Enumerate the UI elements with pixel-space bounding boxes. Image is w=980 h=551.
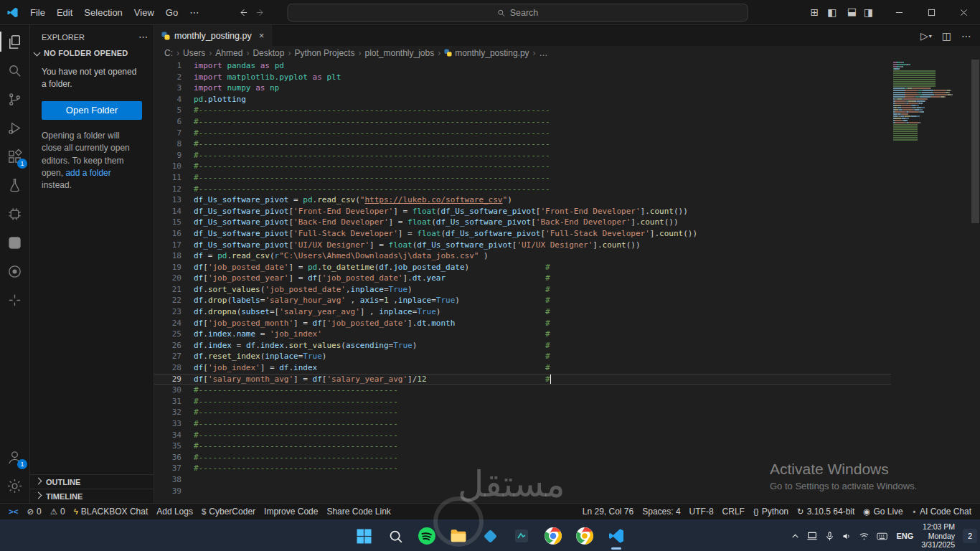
code-line-29[interactable]: 29df['salary_month_avg'] = df['salary_ye… xyxy=(154,374,891,385)
laptop-battery-icon[interactable] xyxy=(806,530,818,542)
code-line-28[interactable]: 28df['job_index'] = df.index# xyxy=(154,362,891,374)
status-problems-errors[interactable]: ⊘0 xyxy=(22,504,45,519)
outline-section[interactable]: OUTLINE xyxy=(30,474,154,489)
code-line-27[interactable]: 27df.reset_index(inplace=True)# xyxy=(154,351,891,362)
breadcrumb-item[interactable]: Desktop xyxy=(253,48,284,58)
editor-more-actions-icon[interactable]: ⋯ xyxy=(961,30,971,42)
testing-flask-icon[interactable] xyxy=(0,171,29,199)
code-line-34[interactable]: 34#-------------------------------------… xyxy=(154,430,891,441)
breadcrumb-item[interactable]: Python Projects xyxy=(294,48,354,58)
status-indentation[interactable]: Spaces: 4 xyxy=(638,504,684,519)
customize-layout-icon[interactable]: ⊞ xyxy=(811,6,819,18)
code-line-8[interactable]: 8#--------------------------------------… xyxy=(154,138,891,150)
code-line-38[interactable]: 38 xyxy=(154,474,891,486)
status-improve-code[interactable]: Improve Code xyxy=(260,504,322,519)
editor[interactable]: 1import pandas as pd2import matplotlib.p… xyxy=(154,60,980,503)
status-cybercoder[interactable]: $CyberCoder xyxy=(197,504,260,519)
touch-keyboard-icon[interactable] xyxy=(876,530,888,542)
breadcrumb-item[interactable]: C: xyxy=(164,48,173,58)
code-line-26[interactable]: 26df.index = df.index.sort_values(ascend… xyxy=(154,340,891,352)
menu-edit[interactable]: Edit xyxy=(51,4,78,21)
code-line-36[interactable]: 36#-------------------------------------… xyxy=(154,452,891,463)
code-line-16[interactable]: 16df_Us_software_pivot['Full-Stack Devel… xyxy=(154,228,891,240)
minimap[interactable] xyxy=(893,62,971,146)
code-line-1[interactable]: 1import pandas as pd xyxy=(154,60,891,72)
open-folder-button[interactable]: Open Folder xyxy=(42,101,142,120)
taskbar-file-explorer[interactable] xyxy=(444,522,473,550)
code-line-14[interactable]: 14df_Us_software_pivot['Front-End Develo… xyxy=(154,206,891,217)
tray-chevron-up-icon[interactable] xyxy=(791,532,800,541)
code-line-30[interactable]: 30#-------------------------------------… xyxy=(154,385,891,396)
status-remote-indicator[interactable]: >< xyxy=(4,504,22,519)
maximize-button[interactable] xyxy=(915,1,948,24)
code-line-17[interactable]: 17df_Us_software_pivot['UI/UX Designer']… xyxy=(154,240,891,251)
extensions-icon[interactable]: 1 xyxy=(0,142,29,171)
extension-chip-icon[interactable] xyxy=(0,199,29,228)
notification-badge[interactable]: 2 xyxy=(963,529,977,543)
menu-view[interactable]: View xyxy=(128,4,160,21)
timeline-section[interactable]: TIMELINE xyxy=(30,489,154,503)
code-line-7[interactable]: 7#--------------------------------------… xyxy=(154,128,891,139)
taskbar-spotify[interactable] xyxy=(413,522,441,550)
code-line-5[interactable]: 5#--------------------------------------… xyxy=(154,105,891,116)
code-line-11[interactable]: 11#-------------------------------------… xyxy=(154,172,891,184)
explorer-more-icon[interactable]: ⋯ xyxy=(138,32,148,42)
code-line-12[interactable]: 12#-------------------------------------… xyxy=(154,184,891,195)
taskbar-start[interactable] xyxy=(349,522,378,550)
status-cursor-position[interactable]: Ln 29, Col 76 xyxy=(578,504,638,519)
volume-icon[interactable] xyxy=(842,531,852,542)
code-line-31[interactable]: 31#-------------------------------------… xyxy=(154,396,891,408)
taskbar-app-dark[interactable] xyxy=(507,522,536,550)
status-language-mode[interactable]: {}Python xyxy=(749,504,793,519)
menu-selection[interactable]: Selection xyxy=(78,4,128,21)
breadcrumb-item[interactable]: Ahmed xyxy=(215,48,242,58)
wifi-icon[interactable] xyxy=(859,531,870,542)
run-debug-icon[interactable] xyxy=(0,113,29,142)
close-button[interactable] xyxy=(948,1,980,24)
code-line-13[interactable]: 13df_Us_software_pivot = pd.read_csv("ht… xyxy=(154,194,891,206)
toggle-panel-icon[interactable]: ◧ xyxy=(844,7,856,17)
toggle-secondary-sidebar-icon[interactable]: ◨ xyxy=(864,6,873,18)
taskbar-vscode[interactable] xyxy=(602,522,631,550)
code-line-9[interactable]: 9#--------------------------------------… xyxy=(154,150,891,161)
vscode-logo-icon[interactable] xyxy=(0,6,24,19)
microphone-icon[interactable] xyxy=(824,531,835,542)
code-line-19[interactable]: 19df['job_posted_date'] = pd.to_datetime… xyxy=(154,262,891,273)
code-line-32[interactable]: 32#-------------------------------------… xyxy=(154,407,891,418)
source-control-icon[interactable] xyxy=(0,85,29,113)
run-python-file-button[interactable]: ▷▾ xyxy=(920,30,932,42)
minimize-button[interactable] xyxy=(883,1,915,24)
breadcrumb-item[interactable]: … xyxy=(540,48,548,58)
menu-file[interactable]: File xyxy=(24,4,51,21)
status-ai-code-chat[interactable]: ⋆AI Code Chat xyxy=(908,504,976,519)
clock[interactable]: 12:03 PM Monday 3/31/2025 xyxy=(921,522,955,550)
code-line-3[interactable]: 3import numpy as np xyxy=(154,83,891,94)
more-menu-icon[interactable]: ⋯ xyxy=(184,4,204,21)
search-command-center[interactable]: Search xyxy=(288,4,748,22)
extension-placeholder-icon[interactable] xyxy=(0,228,29,257)
search-activity-icon[interactable] xyxy=(0,56,29,85)
code-line-6[interactable]: 6#--------------------------------------… xyxy=(154,116,891,128)
scrollbar-thumb[interactable] xyxy=(971,60,979,223)
split-editor-icon[interactable]: ◫ xyxy=(942,30,951,42)
forward-icon[interactable] xyxy=(255,7,266,18)
code-line-10[interactable]: 10#-------------------------------------… xyxy=(154,161,891,172)
status-encoding[interactable]: UTF-8 xyxy=(685,504,718,519)
breadcrumb-item[interactable]: Users xyxy=(183,48,205,58)
code-line-24[interactable]: 24df['job_posted_month'] = df['job_poste… xyxy=(154,318,891,329)
tab-monthly-posting[interactable]: monthly_posting.py × xyxy=(154,25,272,46)
language-indicator[interactable]: ENG xyxy=(895,532,915,540)
status-problems-warnings[interactable]: ⚠0 xyxy=(46,504,70,519)
status-share-code-link[interactable]: Share Code Link xyxy=(322,504,395,519)
account-icon[interactable]: 1 xyxy=(0,443,29,471)
taskbar-app-blue[interactable] xyxy=(476,522,504,550)
code-line-2[interactable]: 2import matplotlib.pyplot as plt xyxy=(154,72,891,83)
code-line-18[interactable]: 18df = pd.read_csv(r"C:\Users\Ahmed\Down… xyxy=(154,250,891,262)
editor-scrollbar[interactable] xyxy=(971,60,980,503)
taskbar-chrome-2[interactable] xyxy=(570,522,599,550)
code-line-23[interactable]: 23df.dropna(subset=['salary_year_avg'] ,… xyxy=(154,306,891,318)
breadcrumb-item[interactable]: monthly_posting.py xyxy=(444,48,529,58)
code-line-25[interactable]: 25df.index.name = 'job_index'# xyxy=(154,329,891,340)
status-python-version[interactable]: ↻3.10.5 64-bit xyxy=(793,504,859,519)
extension-circle-icon[interactable] xyxy=(0,257,29,286)
